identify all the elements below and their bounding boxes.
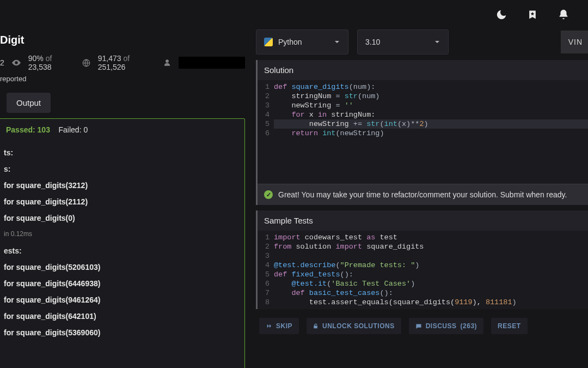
reset-button[interactable]: RESET: [491, 318, 528, 334]
stat-of: of: [46, 54, 52, 63]
kata-title: Digit: [0, 34, 245, 46]
results-subsection-2: ests:: [4, 246, 240, 255]
svg-point-1: [166, 59, 169, 63]
globe-icon: [82, 59, 90, 67]
discuss-count: (263): [461, 322, 477, 330]
tab-output[interactable]: Output: [7, 93, 51, 113]
success-bar: ✓ Great! You may take your time to refac…: [258, 184, 588, 205]
solution-header: Solution: [258, 60, 588, 80]
stat-completions: 91,473: [98, 54, 121, 63]
check-icon: ✓: [264, 190, 273, 199]
reset-label: RESET: [498, 322, 521, 330]
test-result-line: for square_digits(5206103): [4, 263, 240, 272]
discuss-label: DISCUSS: [426, 322, 457, 330]
results-panel[interactable]: Passed: 103 Failed: 0 ts: s: for square_…: [0, 118, 245, 368]
test-result-line: for square_digits(6446938): [4, 279, 240, 288]
test-result-line: for square_digits(9461264): [4, 295, 240, 304]
user-icon: [163, 58, 171, 67]
skip-button[interactable]: SKIP: [259, 318, 299, 334]
success-message: Great! You may take your time to refacto…: [278, 190, 567, 199]
eye-icon: [12, 59, 21, 66]
moon-icon[interactable]: [495, 9, 507, 21]
bell-icon[interactable]: [558, 9, 569, 21]
stat-completions-total: 251,526: [98, 63, 126, 71]
author-avatar[interactable]: [179, 57, 245, 69]
stat-of2: of: [123, 54, 130, 63]
vin-button[interactable]: VIN: [561, 31, 588, 53]
test-result-line: for square_digits(3212): [4, 181, 240, 190]
action-row: SKIP UNLOCK SOLUTIONS DISCUSS (263) RESE…: [256, 315, 588, 334]
test-result-line: for square_digits(2112): [4, 197, 240, 206]
tests-header: Sample Tests: [258, 210, 588, 231]
kata-stats: 2 90% of 23,538 91,473 of 251,526: [0, 54, 245, 71]
language-label: Python: [278, 38, 302, 46]
chevron-down-icon: [434, 39, 440, 45]
stat-count: 2: [0, 58, 4, 67]
results-subsection: s:: [4, 165, 240, 173]
completed-time: in 0.12ms: [4, 230, 240, 238]
python-icon: [264, 38, 273, 46]
solution-editor[interactable]: 123456 def square_digits(num): stringNum…: [258, 80, 588, 184]
tests-panel: Sample Tests 12345678 import codewars_te…: [256, 210, 588, 309]
skip-label: SKIP: [276, 322, 292, 330]
solution-panel: Solution 123456 def square_digits(num): …: [256, 60, 588, 205]
stat-pct: 90%: [28, 54, 44, 63]
test-result-line: for square_digits(0): [4, 214, 240, 222]
test-result-line: for square_digits(5369060): [4, 328, 240, 337]
bookmark-icon[interactable]: [527, 9, 538, 21]
version-label: 3.10: [365, 38, 380, 46]
language-select[interactable]: Python: [256, 29, 348, 55]
chevron-down-icon: [334, 39, 340, 45]
stat-pct-total: 23,538: [28, 63, 52, 71]
results-section-header: ts:: [4, 148, 240, 157]
failed-count: Failed: 0: [59, 125, 88, 134]
reported-text: reported: [0, 75, 245, 83]
test-result-line: for square_digits(642101): [4, 312, 240, 321]
unlock-button[interactable]: UNLOCK SOLUTIONS: [307, 318, 401, 334]
passed-count: Passed: 103: [6, 125, 50, 134]
discuss-button[interactable]: DISCUSS (263): [409, 318, 483, 334]
version-select[interactable]: 3.10: [357, 29, 449, 55]
tests-editor[interactable]: 12345678 import codewars_test as testfro…: [258, 231, 588, 309]
unlock-label: UNLOCK SOLUTIONS: [322, 322, 395, 330]
